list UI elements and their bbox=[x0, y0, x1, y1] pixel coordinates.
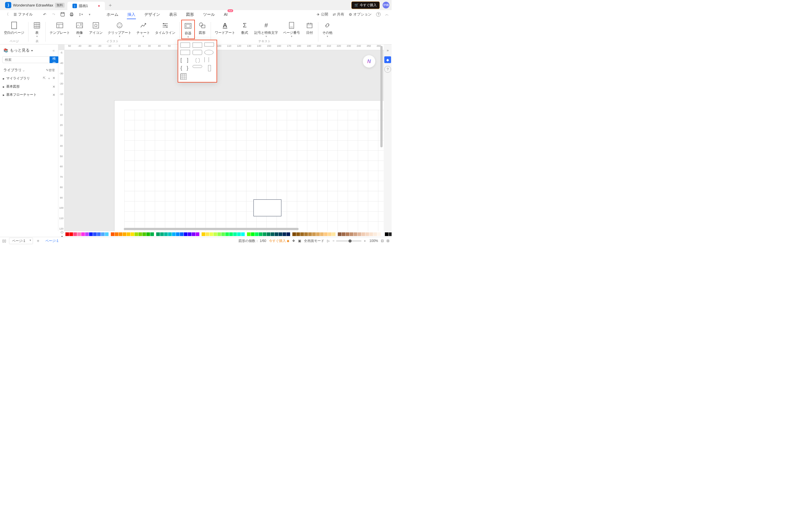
color-swatch[interactable] bbox=[209, 232, 213, 236]
color-swatch[interactable] bbox=[69, 232, 73, 236]
fill-panel-button[interactable]: ◆ bbox=[384, 56, 391, 63]
color-swatch[interactable] bbox=[385, 232, 389, 236]
publish-button[interactable]: ✈公開 bbox=[317, 12, 328, 17]
color-swatch[interactable] bbox=[217, 232, 221, 236]
color-swatch[interactable] bbox=[123, 232, 126, 236]
color-swatch[interactable] bbox=[287, 232, 290, 236]
color-swatch[interactable] bbox=[97, 232, 101, 236]
ribbon-template[interactable]: テンプレート bbox=[47, 20, 72, 38]
back-button[interactable]: 〈 bbox=[3, 11, 11, 18]
zoom-track[interactable] bbox=[336, 240, 361, 241]
search-button[interactable]: 検索 bbox=[50, 56, 59, 63]
page-tab-1[interactable]: ページ-1 bbox=[43, 238, 61, 243]
container-opt-5[interactable] bbox=[193, 50, 202, 55]
color-swatch[interactable] bbox=[180, 232, 184, 236]
color-swatch[interactable] bbox=[237, 232, 241, 236]
ribbon-icon[interactable]: アイコン bbox=[87, 20, 105, 38]
color-swatch[interactable] bbox=[206, 232, 209, 236]
export-button[interactable]: ⇪▾ bbox=[77, 11, 85, 18]
shape-rectangle[interactable] bbox=[253, 200, 282, 216]
color-swatch[interactable] bbox=[377, 232, 381, 236]
color-swatch[interactable] bbox=[332, 232, 336, 236]
color-swatch[interactable] bbox=[111, 232, 114, 236]
color-swatch[interactable] bbox=[65, 232, 69, 236]
buy-now-inline[interactable]: 今すぐ購入 ◆ bbox=[269, 238, 289, 243]
color-swatch[interactable] bbox=[324, 232, 327, 236]
horizontal-scrollbar[interactable] bbox=[124, 228, 299, 230]
zoom-thumb[interactable] bbox=[349, 239, 352, 242]
help-button[interactable]: ? bbox=[376, 12, 380, 17]
ribbon-table[interactable]: 表 ▾ bbox=[30, 20, 44, 38]
color-swatch[interactable] bbox=[176, 232, 180, 236]
tree-my-library[interactable]: ▸ マイライブラリ ⇱＋✕ bbox=[0, 74, 58, 82]
undo-button[interactable]: ↶ bbox=[41, 11, 49, 18]
color-swatch[interactable] bbox=[251, 232, 255, 236]
color-swatch[interactable] bbox=[304, 232, 308, 236]
color-swatch[interactable] bbox=[369, 232, 373, 236]
color-swatch[interactable] bbox=[283, 232, 286, 236]
color-swatch[interactable] bbox=[320, 232, 324, 236]
link-icon[interactable]: ⇱ bbox=[43, 76, 46, 81]
color-swatch[interactable] bbox=[192, 232, 195, 236]
close-icon[interactable]: ✕ bbox=[52, 85, 55, 89]
color-swatch[interactable] bbox=[255, 232, 259, 236]
ribbon-blank-page[interactable]: 空白のページ bbox=[2, 20, 27, 36]
color-swatch[interactable] bbox=[300, 232, 304, 236]
color-swatch[interactable] bbox=[278, 232, 282, 236]
color-swatch[interactable] bbox=[101, 232, 105, 236]
presentation-button[interactable]: ▷ bbox=[327, 239, 329, 243]
more-label[interactable]: もっと見る bbox=[10, 48, 30, 53]
ribbon-date[interactable]: 日付 bbox=[303, 20, 316, 38]
color-swatch[interactable] bbox=[184, 232, 188, 236]
file-menu[interactable]: ☰ ファイル bbox=[12, 12, 35, 17]
zoom-in-button[interactable]: ＋ bbox=[363, 238, 366, 243]
color-swatch[interactable] bbox=[89, 232, 93, 236]
color-swatch[interactable] bbox=[93, 232, 97, 236]
color-swatch[interactable] bbox=[73, 232, 77, 236]
color-swatch[interactable] bbox=[168, 232, 172, 236]
ribbon-pagenumber[interactable]: ページ番号▾ bbox=[281, 20, 302, 38]
help-panel-button[interactable]: ? bbox=[384, 66, 391, 73]
color-swatch[interactable] bbox=[296, 232, 300, 236]
zoom-out-button[interactable]: − bbox=[333, 239, 335, 243]
page-selector[interactable]: ページ-1 bbox=[9, 238, 33, 244]
container-opt-1[interactable] bbox=[181, 43, 190, 48]
ribbon-shapes[interactable]: 図形 bbox=[195, 20, 209, 39]
container-opt-2[interactable] bbox=[193, 43, 202, 48]
container-opt-7[interactable]: [] bbox=[181, 57, 188, 63]
color-swatch[interactable] bbox=[221, 232, 225, 236]
color-swatch[interactable] bbox=[357, 232, 361, 236]
container-opt-10[interactable]: {} bbox=[181, 65, 188, 71]
color-swatch[interactable] bbox=[146, 232, 150, 236]
color-swatch[interactable] bbox=[142, 232, 146, 236]
new-tab-button[interactable]: ＋ bbox=[108, 2, 113, 8]
color-swatch[interactable] bbox=[316, 232, 320, 236]
vertical-scrollbar[interactable] bbox=[380, 46, 383, 147]
print-button[interactable] bbox=[68, 11, 75, 18]
color-swatch[interactable] bbox=[131, 232, 134, 236]
color-swatch[interactable] bbox=[241, 232, 245, 236]
expand-panel-button[interactable]: » bbox=[384, 47, 391, 54]
tree-basic-flowchart[interactable]: ▸ 基本フローチャート ✕ bbox=[0, 91, 58, 99]
color-swatch[interactable] bbox=[247, 232, 251, 236]
ribbon-wordart[interactable]: Aワードアート bbox=[213, 20, 238, 38]
color-swatch[interactable] bbox=[292, 232, 296, 236]
container-opt-9[interactable] bbox=[204, 57, 212, 63]
add-icon[interactable]: ＋ bbox=[47, 76, 51, 81]
color-swatch[interactable] bbox=[77, 232, 81, 236]
ribbon-timeline[interactable]: タイムライン bbox=[153, 20, 177, 38]
ribbon-clipart[interactable]: クリップアート▾ bbox=[105, 20, 134, 38]
color-swatch[interactable] bbox=[139, 232, 142, 236]
user-avatar[interactable]: 伊織 bbox=[383, 2, 389, 8]
color-swatch[interactable] bbox=[115, 232, 118, 236]
color-swatch[interactable] bbox=[164, 232, 168, 236]
color-swatch[interactable] bbox=[312, 232, 316, 236]
color-swatch[interactable] bbox=[126, 232, 130, 236]
collapse-panel-button[interactable]: « bbox=[52, 48, 55, 53]
canvas-area[interactable]: 50-40-30-20-1001020304050607080901001101… bbox=[58, 45, 384, 231]
tab-home[interactable]: ホーム bbox=[106, 11, 119, 18]
search-input[interactable] bbox=[2, 56, 50, 63]
color-swatch[interactable] bbox=[350, 232, 353, 236]
close-icon[interactable]: ✕ bbox=[52, 93, 55, 97]
color-swatch[interactable] bbox=[308, 232, 312, 236]
